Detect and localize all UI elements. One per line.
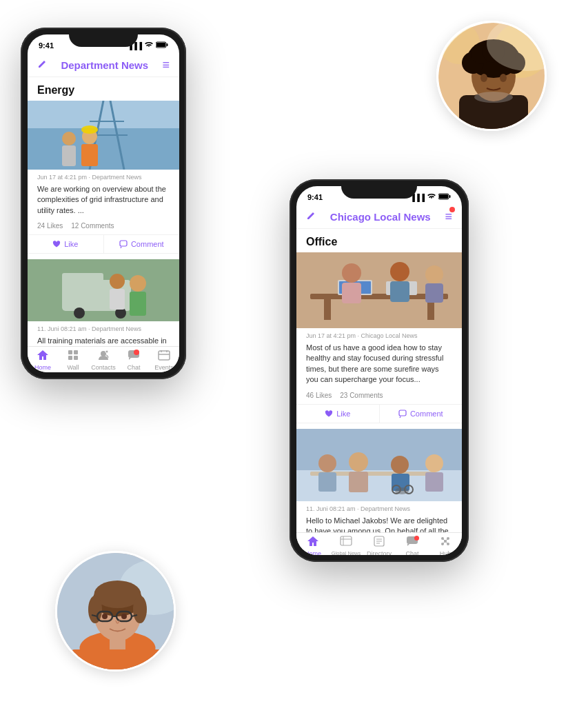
svg-point-9	[62, 132, 76, 145]
home-icon-1	[37, 350, 49, 363]
news-meta-1: Jun 17 at 4:21 pm · Department News	[28, 170, 179, 183]
svg-point-46	[342, 263, 361, 283]
nav-home-1[interactable]: Home	[28, 350, 58, 371]
bottom-nav-2: Home Global News Directory Chat	[296, 532, 462, 555]
section-label-energy: Energy	[28, 77, 179, 101]
svg-point-100	[500, 74, 507, 82]
svg-point-122	[121, 614, 127, 619]
phone-1-notch	[69, 34, 138, 47]
svg-rect-27	[68, 356, 72, 360]
like-button-2[interactable]: Like	[296, 405, 380, 423]
news-feed-1[interactable]: Energy Jun	[28, 77, 179, 346]
news-stats-2: 46 Likes 23 Comments	[296, 390, 462, 401]
svg-rect-51	[425, 283, 443, 303]
svg-point-57	[318, 454, 336, 472]
news-feed-2[interactable]: Office	[296, 229, 462, 532]
meeting-image	[296, 429, 462, 501]
wall-icon-1	[68, 350, 79, 363]
svg-rect-24	[110, 289, 125, 310]
nav-wall-1[interactable]: Wall	[58, 350, 88, 371]
like-button-1[interactable]: Like	[28, 235, 104, 253]
menu-icon-1[interactable]: ≡	[162, 58, 170, 72]
likes-count-1: 24 Likes	[37, 222, 63, 230]
phone-1: 9:41 ▐▐▐ Department News ≡ Energy	[21, 28, 186, 379]
news-text-2: All training materials are accessable in…	[28, 334, 179, 346]
bottom-nav-1: Home Wall Contacts Chat	[28, 346, 179, 372]
svg-rect-22	[130, 292, 146, 316]
comment-label-2: Comment	[410, 410, 443, 418]
nav-chat-label-1: Chat	[127, 364, 140, 371]
header-title-1: Department News	[61, 59, 148, 71]
time-2: 9:41	[307, 193, 323, 201]
comment-button-2[interactable]: Comment	[380, 405, 463, 423]
svg-rect-10	[62, 145, 76, 166]
news-actions-1: Like Comment	[28, 234, 179, 254]
status-icons-2: ▐▐▐	[410, 193, 451, 201]
svg-rect-41	[324, 299, 331, 320]
nav-directory-label-2: Directory	[367, 550, 392, 555]
chat-badge-1	[134, 350, 139, 355]
nav-events-1[interactable]: Events	[149, 350, 179, 371]
time-1: 9:41	[39, 41, 54, 50]
nav-hub-2[interactable]: Hub	[429, 536, 462, 555]
svg-point-99	[480, 74, 487, 82]
svg-rect-32	[159, 351, 170, 360]
edit-icon-2[interactable]	[306, 211, 316, 223]
phone-2: 9:41 ▐▐▐ Chicago Local News ≡	[290, 179, 469, 562]
svg-point-121	[102, 614, 108, 619]
wifi-icon-1	[145, 41, 153, 50]
svg-rect-47	[342, 283, 361, 303]
wifi-icon-2	[427, 193, 436, 201]
app-header-2: Chicago Local News ≡	[296, 205, 462, 229]
globalnews-icon-2	[340, 536, 352, 549]
svg-rect-37	[449, 195, 451, 198]
events-icon-1	[158, 350, 170, 363]
nav-events-label-1: Events	[154, 364, 174, 371]
nav-globalnews-2[interactable]: Global News	[330, 536, 363, 555]
svg-point-66	[425, 454, 443, 472]
svg-point-48	[390, 262, 409, 281]
nav-contacts-1[interactable]: Contacts	[88, 350, 119, 371]
nav-directory-2[interactable]: Directory	[363, 536, 396, 555]
svg-line-81	[443, 538, 445, 541]
workers-image	[28, 101, 179, 170]
contacts-icon-1	[97, 350, 110, 363]
svg-rect-2	[156, 43, 165, 47]
svg-rect-58	[318, 472, 336, 492]
svg-rect-67	[425, 472, 443, 492]
van-image	[28, 259, 179, 321]
edit-icon-1[interactable]	[37, 59, 47, 71]
comment-button-1[interactable]: Comment	[104, 235, 180, 253]
news-text-3: Most of us have a good idea how to stay …	[296, 341, 462, 390]
header-title-2: Chicago Local News	[330, 211, 431, 223]
nav-chat-1[interactable]: Chat	[119, 350, 149, 371]
nav-home-label-2: Home	[305, 550, 321, 555]
svg-point-101	[474, 92, 513, 103]
comments-count-1: 12 Comments	[71, 222, 114, 230]
nav-hub-label-2: Hub	[440, 550, 452, 555]
svg-rect-38	[439, 194, 448, 199]
battery-icon-2	[438, 193, 451, 201]
app-header-1: Department News ≡	[28, 54, 179, 77]
svg-rect-1	[167, 43, 168, 46]
phone-2-screen: 9:41 ▐▐▐ Chicago Local News ≡	[296, 186, 462, 555]
nav-home-label-1: Home	[34, 364, 51, 371]
svg-rect-12	[81, 144, 98, 166]
section-label-office: Office	[296, 229, 462, 252]
battery-icon-1	[156, 41, 168, 50]
news-text-1: We are working on overview about the com…	[28, 183, 179, 220]
circle-photo-bottom-left	[55, 551, 176, 672]
phone-2-notch	[341, 186, 417, 199]
svg-rect-52	[399, 410, 406, 416]
nav-home-2[interactable]: Home	[296, 536, 330, 555]
svg-point-13	[81, 125, 98, 134]
like-label-2: Like	[336, 410, 350, 418]
likes-count-2: 46 Likes	[306, 392, 332, 399]
svg-line-84	[445, 541, 448, 544]
nav-chat-2[interactable]: Chat	[396, 536, 429, 555]
svg-point-50	[425, 265, 443, 283]
svg-point-115	[133, 596, 147, 623]
home-icon-2	[307, 536, 319, 549]
svg-point-114	[88, 596, 102, 623]
like-label-1: Like	[64, 240, 78, 248]
